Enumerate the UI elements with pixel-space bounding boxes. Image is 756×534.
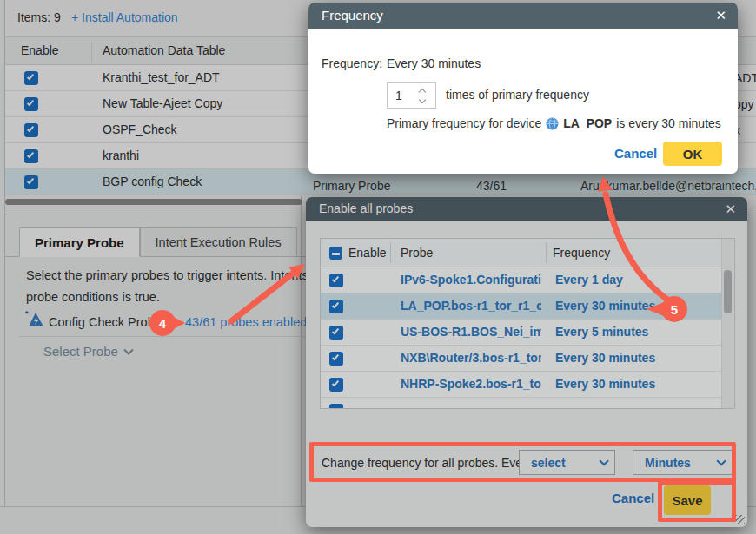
spin-down-icon[interactable] bbox=[419, 96, 426, 102]
close-icon[interactable]: ✕ bbox=[715, 8, 726, 23]
note-suffix: is every 30 minutes bbox=[616, 116, 721, 130]
spin-up-icon[interactable] bbox=[419, 88, 426, 95]
dialog-title: Frequency bbox=[322, 8, 383, 23]
primary-frequency-note: Primary frequency for device LA_POP is e… bbox=[387, 116, 721, 130]
cancel-button[interactable]: Cancel bbox=[614, 146, 657, 161]
frequency-dialog: Frequency ✕ Frequency: Every 30 minutes … bbox=[308, 3, 738, 174]
number-stepper[interactable] bbox=[414, 86, 430, 105]
ok-button[interactable]: OK bbox=[663, 142, 722, 166]
note-prefix: Primary frequency for device bbox=[387, 116, 541, 130]
dialog-header: Frequency ✕ bbox=[308, 3, 738, 29]
device-name: LA_POP bbox=[563, 116, 612, 130]
times-suffix-label: times of primary frequency bbox=[446, 88, 589, 102]
screen: Items: 9 + Install Automation Enable Aut… bbox=[0, 0, 756, 534]
frequency-value: Every 30 minutes bbox=[387, 56, 481, 70]
device-globe-icon bbox=[546, 117, 559, 130]
frequency-label: Frequency: bbox=[322, 56, 382, 70]
